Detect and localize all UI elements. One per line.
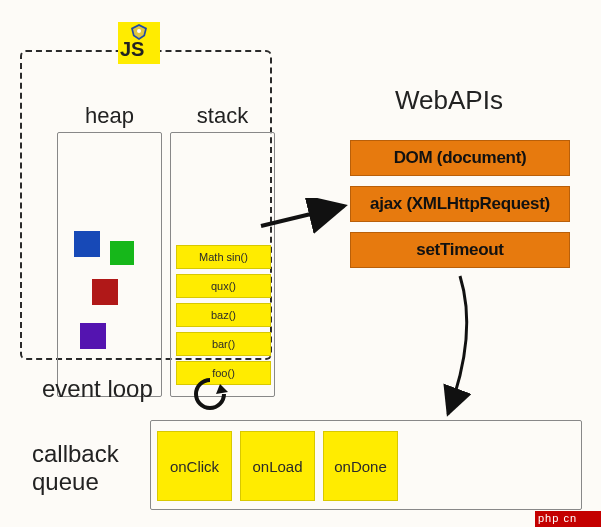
- callback-queue-label: callback queue: [32, 440, 142, 495]
- event-loop-label: event loop: [42, 375, 153, 403]
- callback-item: onClick: [157, 431, 232, 501]
- loop-icon: [190, 376, 230, 412]
- webapi-item: setTimeout: [350, 232, 570, 268]
- svg-line-1: [261, 206, 344, 226]
- heap-object: [74, 231, 100, 257]
- js-runtime-container: heap stack Math sin() qux() baz() bar() …: [20, 50, 272, 360]
- shield-icon: [130, 24, 148, 40]
- callback-item: onDone: [323, 431, 398, 501]
- arrow-stack-to-webapi: [259, 198, 354, 238]
- watermark-text: php cn: [538, 512, 577, 524]
- svg-point-0: [137, 29, 141, 33]
- watermark: php cn: [535, 511, 601, 527]
- heap-object: [92, 279, 118, 305]
- heap-column: heap: [57, 132, 162, 397]
- arrow-webapi-to-queue: [430, 274, 490, 424]
- stack-frame: baz(): [176, 303, 271, 327]
- webapi-item: ajax (XMLHttpRequest): [350, 186, 570, 222]
- heap-object: [110, 241, 134, 265]
- heap-object: [80, 323, 106, 349]
- stack-column: stack Math sin() qux() baz() bar() foo(): [170, 132, 275, 397]
- callback-item: onLoad: [240, 431, 315, 501]
- stack-frame: Math sin(): [176, 245, 271, 269]
- heap-title: heap: [85, 103, 134, 129]
- js-badge: JS: [118, 22, 160, 64]
- webapis-title: WebAPIs: [395, 85, 503, 116]
- stack-frame: qux(): [176, 274, 271, 298]
- webapi-item: DOM (document): [350, 140, 570, 176]
- js-badge-label: JS: [120, 38, 144, 60]
- stack-frame: bar(): [176, 332, 271, 356]
- callback-queue-container: onClick onLoad onDone: [150, 420, 582, 510]
- stack-title: stack: [197, 103, 248, 129]
